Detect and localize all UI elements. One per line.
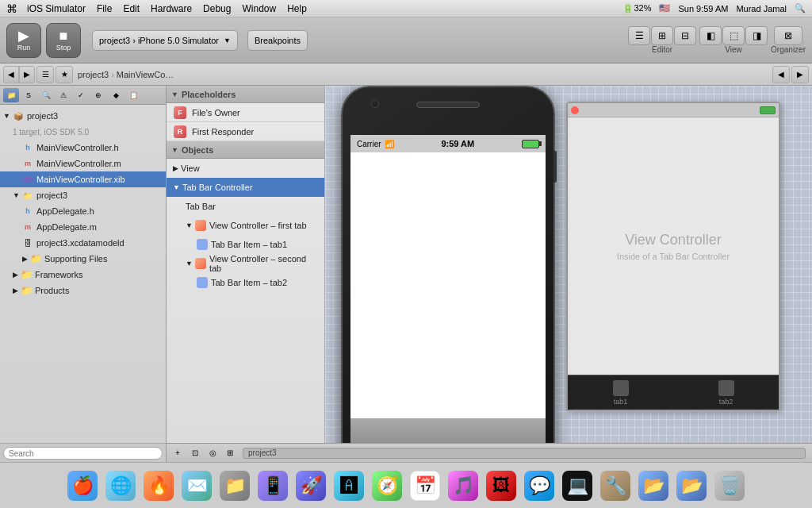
dock-trash[interactable]: 🗑️ — [712, 468, 747, 503]
apple-menu[interactable]: ⌘ — [6, 2, 17, 15]
xib-file-icon: xib — [22, 174, 33, 185]
mac-dock: 🍎 🌐 🔥 ✉️ 📁 📱 🚀 🅰 🧭 📅 🎵 — [0, 462, 812, 508]
menu-help[interactable]: Help — [287, 3, 307, 14]
nav-symbol-btn[interactable]: S — [21, 88, 36, 102]
nav-project3-subgroup[interactable]: ▼ 📁 project3 — [0, 187, 166, 203]
dock-terminal[interactable]: 💻 — [560, 468, 595, 503]
nav-test-btn[interactable]: ✓ — [73, 88, 89, 102]
dock-mail[interactable]: ✉️ — [179, 468, 214, 503]
view-buttons: ◧ ⬚ ◨ — [699, 26, 768, 45]
bottom-view-btn[interactable]: ⊡ — [187, 446, 203, 460]
menu-debug[interactable]: Debug — [203, 3, 231, 14]
ib-tab1[interactable]: tab1 — [568, 375, 673, 410]
dock-photo[interactable]: 🖼 — [484, 468, 519, 503]
scheme-selector[interactable]: project3 › iPhone 5.0 Simulator ▼ — [92, 30, 238, 51]
stop-icon: ■ — [59, 29, 68, 43]
nav-debug-btn[interactable]: ⊕ — [90, 88, 106, 102]
placeholders-label: Placeholders — [182, 90, 236, 99]
editor-group: ☰ ⊞ ⊟ Editor — [628, 26, 696, 54]
nav-appdelegate-h[interactable]: h AppDelegate.h — [0, 203, 166, 219]
nav-supporting-files[interactable]: ▶ 📁 Supporting Files — [0, 251, 166, 267]
organizer-label: Organizer — [771, 45, 806, 54]
nav-frameworks[interactable]: ▶ 📁 Frameworks — [0, 267, 166, 283]
chevron-right-icon: ▶ — [22, 255, 28, 263]
nav-file-btn[interactable]: 📁 — [3, 88, 19, 102]
nav-breakpoints-btn[interactable]: ◆ — [108, 88, 124, 102]
menu-file[interactable]: File — [97, 3, 112, 14]
nav-search-btn[interactable]: 🔍 — [38, 88, 54, 102]
dock-tools[interactable]: 🔧 — [598, 468, 633, 503]
dock-ios-sim[interactable]: 📱 — [255, 468, 290, 503]
dock-firefox[interactable]: 🔥 — [141, 468, 176, 503]
menu-hardware[interactable]: Hardware — [151, 3, 192, 14]
tab-bar-item-tab2[interactable]: Tab Bar Item – tab2 — [167, 273, 324, 292]
tab1-icon — [197, 239, 208, 250]
organizer-btn[interactable]: ⊠ — [774, 26, 802, 45]
fold-btn[interactable]: ◀ — [772, 66, 790, 83]
dock-folder2[interactable]: 📂 — [674, 468, 709, 503]
run-button[interactable]: ▶ Run — [6, 23, 41, 58]
chevron-down-icon-2: ▼ — [13, 191, 20, 199]
dock-calendar[interactable]: 📅 — [408, 468, 442, 503]
tab-bar-item-tab1[interactable]: Tab Bar Item – tab1 — [167, 235, 324, 254]
breakpoints-button[interactable]: Breakpoints — [247, 30, 308, 51]
dock-music[interactable]: 🎵 — [446, 468, 481, 503]
nav-list-btn[interactable]: ☰ — [36, 66, 54, 83]
search-icon[interactable]: 🔍 — [795, 3, 806, 13]
phone-outer: Carrier 📶 9:59 AM — [341, 86, 555, 443]
version-editor-btn[interactable]: ⊟ — [674, 26, 696, 45]
project-icon: 📦 — [13, 110, 24, 121]
ib-device-close-btn[interactable] — [571, 106, 579, 114]
dock-finder[interactable]: 🍎 — [65, 468, 100, 503]
breadcrumb-project[interactable]: project3 — [78, 70, 109, 79]
assistant-editor-btn[interactable]: ⊞ — [651, 26, 673, 45]
nav-mainviewcontroller-h[interactable]: h MainViewController.h — [0, 140, 166, 156]
nav-mainviewcontroller-m[interactable]: m MainViewController.m — [0, 156, 166, 171]
menu-window[interactable]: Window — [242, 3, 276, 14]
tab-bar-item[interactable]: Tab Bar — [167, 197, 324, 216]
dock-files[interactable]: 📁 — [217, 468, 252, 503]
bottom-zoom-btn[interactable]: ◎ — [205, 446, 220, 460]
m-file-icon: m — [22, 158, 33, 169]
view-controller-second-item[interactable]: ▼ View Controller – second tab — [167, 254, 324, 273]
dock-safari[interactable]: 🧭 — [370, 468, 404, 503]
files-owner-item[interactable]: F File's Owner — [167, 103, 324, 122]
first-responder-item[interactable]: R First Responder — [167, 122, 324, 141]
navigator-search — [0, 443, 166, 462]
ib-tab2[interactable]: tab2 — [673, 375, 779, 410]
dock-browser[interactable]: 🌐 — [103, 468, 138, 503]
breadcrumb-file[interactable]: MainViewCo… — [117, 70, 174, 79]
nav-bookmark-btn[interactable]: ★ — [56, 66, 73, 83]
navigator-sidebar: 📁 S 🔍 ⚠ ✓ ⊕ ◆ 📋 ▼ 📦 project3 1 target, i… — [0, 86, 167, 462]
standard-editor-btn[interactable]: ☰ — [628, 26, 650, 45]
dock-rocket[interactable]: 🚀 — [293, 468, 328, 503]
view-controller-first-item[interactable]: ▼ View Controller – first tab — [167, 216, 324, 235]
nav-appdelegate-m[interactable]: m AppDelegate.m — [0, 219, 166, 235]
music-icon: 🎵 — [448, 471, 478, 501]
nav-view-btn[interactable]: ◧ — [699, 26, 722, 45]
canvas-area[interactable]: Carrier 📶 9:59 AM — [325, 86, 812, 443]
nav-project3-root[interactable]: ▼ 📦 project3 — [0, 108, 166, 124]
debug-view-btn[interactable]: ⬚ — [722, 26, 745, 45]
tab-bar-controller-item[interactable]: ▼ Tab Bar Controller — [167, 178, 324, 197]
view-item[interactable]: ▶ View — [167, 159, 324, 178]
dock-app-store[interactable]: 🅰 — [331, 468, 366, 503]
nav-products[interactable]: ▶ 📁 Products — [0, 283, 166, 298]
app-name[interactable]: iOS Simulator — [27, 3, 86, 14]
util-view-btn[interactable]: ◨ — [745, 26, 768, 45]
bottom-add-btn[interactable]: + — [170, 446, 186, 460]
nav-back-btn[interactable]: ◀ — [3, 66, 19, 83]
dock-folder1[interactable]: 📂 — [636, 468, 671, 503]
bottom-grid-btn[interactable]: ⊞ — [222, 446, 238, 460]
editor-label: Editor — [652, 45, 672, 54]
nav-mainviewcontroller-xib[interactable]: xib MainViewController.xib — [0, 171, 166, 187]
nav-issues-btn[interactable]: ⚠ — [56, 88, 71, 102]
dock-skype[interactable]: 💬 — [522, 468, 557, 503]
nav-search-input[interactable] — [3, 447, 163, 460]
nav-log-btn[interactable]: 📋 — [125, 88, 141, 102]
nav-forward-btn[interactable]: ▶ — [19, 66, 35, 83]
unfold-btn[interactable]: ▶ — [791, 66, 809, 83]
nav-xcdatamodeld[interactable]: 🗄 project3.xcdatamodeld — [0, 235, 166, 251]
menu-edit[interactable]: Edit — [123, 3, 140, 14]
stop-button[interactable]: ■ Stop — [46, 23, 81, 58]
